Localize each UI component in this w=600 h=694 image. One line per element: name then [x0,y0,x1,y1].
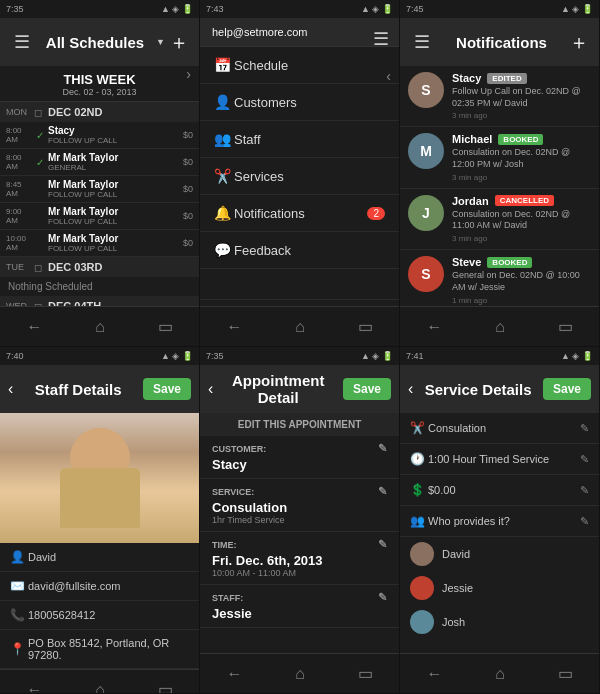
notif-tag-booked: BOOKED [498,134,543,145]
notif-name: Michael [452,133,492,145]
staff-photo-image [0,413,199,543]
edit-icon-service-name[interactable]: ✎ [580,422,589,435]
back-icon-5[interactable]: ‹ [208,380,213,398]
home-nav-3[interactable]: ⌂ [495,318,505,336]
back-nav-5[interactable]: ← [226,665,242,683]
notification-item-jordan[interactable]: J Jordan CANCELLED Consulation on Dec. 0… [400,189,599,250]
save-button-4[interactable]: Save [143,378,191,400]
back-nav-3[interactable]: ← [426,318,442,336]
home-nav-1[interactable]: ⌂ [95,318,105,336]
apt-section-staff[interactable]: STAFF: ✎ Jessie [200,585,399,628]
back-icon-6[interactable]: ‹ [408,380,413,398]
appointment-row[interactable]: 8:00AM ✓ Stacy FOLLOW UP CALL $0 [0,122,199,149]
back-icon-4[interactable]: ‹ [8,380,13,398]
menu-item-schedule[interactable]: 📅 Schedule [200,47,399,84]
service-price-value: $0.00 [428,484,580,496]
topbar-1: ☰ All Schedules ▼ ＋ [0,18,199,66]
topbar-title-1: All Schedules [34,34,156,51]
edit-icon-customer[interactable]: ✎ [378,442,387,455]
save-button-5[interactable]: Save [343,378,391,400]
provider-david[interactable]: David [400,537,599,571]
phone-icon-4: 📞 [10,608,28,622]
location-icon-4: 📍 [10,642,28,656]
appointment-row[interactable]: 10:00AM Mr Mark Taylor FOLLOW UP CALL $0 [0,230,199,257]
notif-time: 3 min ago [452,234,591,243]
appointment-row[interactable]: 9:00AM Mr Mark Taylor FOLLOW UP CALL $0 [0,203,199,230]
service-name-value: Consulation [428,422,580,434]
menu-item-staff[interactable]: 👥 Staff [200,121,399,158]
service-field-duration[interactable]: 🕐 1:00 Hour Timed Service ✎ [400,444,599,475]
status-icons-3: ▲ ◈ 🔋 [561,4,593,14]
provider-josh[interactable]: Josh [400,605,599,639]
staff-photo [0,413,199,543]
recent-nav-1[interactable]: ▭ [158,317,173,336]
back-nav-1[interactable]: ← [26,318,42,336]
staff-icon: 👥 [214,131,234,147]
add-schedule-icon[interactable]: ＋ [169,29,189,56]
menu-item-services[interactable]: ✂️ Services [200,158,399,195]
person-icon-4: 👤 [10,550,28,564]
edit-icon-staff[interactable]: ✎ [378,591,387,604]
menu-back-arrow[interactable]: ‹ [386,68,391,84]
home-nav-2[interactable]: ⌂ [295,318,305,336]
apt-label-staff: STAFF: ✎ [212,591,387,604]
home-nav-5[interactable]: ⌂ [295,665,305,683]
apt-section-customer[interactable]: CUSTOMER: ✎ Stacy [200,436,399,479]
dropdown-arrow-1[interactable]: ▼ [156,37,165,47]
back-nav-6[interactable]: ← [426,665,442,683]
panel-all-schedules: 7:35 ▲ ◈ 🔋 ☰ All Schedules ▼ ＋ THIS WEEK… [0,0,200,347]
notif-name: Stacy [452,72,481,84]
apt-value-time: Fri. Dec. 6th, 2013 [212,553,387,568]
appointment-row[interactable]: 8:45AM Mr Mark Taylor FOLLOW UP CALL $0 [0,176,199,203]
edit-icon-price[interactable]: ✎ [580,484,589,497]
recent-nav-2[interactable]: ▭ [358,317,373,336]
edit-icon-duration[interactable]: ✎ [580,453,589,466]
status-time-6: 7:41 [406,351,424,361]
bottom-nav-1: ← ⌂ ▭ [0,306,199,346]
save-button-6[interactable]: Save [543,378,591,400]
schedule-content: MON ◻ DEC 02ND 8:00AM ✓ Stacy FOLLOW UP … [0,102,199,306]
hamburger-icon-1[interactable]: ☰ [10,27,34,57]
staff-name-value: David [28,551,56,563]
field-email: ✉️ david@fullsite.com [0,572,199,601]
edit-icon-time[interactable]: ✎ [378,538,387,551]
home-nav-6[interactable]: ⌂ [495,665,505,683]
home-nav-4[interactable]: ⌂ [95,681,105,695]
provider-jessie[interactable]: Jessie [400,571,599,605]
notification-item-michael[interactable]: M Michael BOOKED Consulation on Dec. 02N… [400,127,599,188]
service-field-price[interactable]: 💲 $0.00 ✎ [400,475,599,506]
field-address: 📍 PO Box 85142, Portland, OR 97280. [0,630,199,669]
bottom-nav-4: ← ⌂ ▭ [0,669,199,694]
notification-item-steve[interactable]: S Steve BOOKED General on Dec. 02ND @ 10… [400,250,599,306]
apt-section-service[interactable]: SERVICE: ✎ Consulation 1hr Timed Service [200,479,399,532]
topbar-4: ‹ Staff Details Save [0,365,199,413]
bottom-nav-6: ← ⌂ ▭ [400,653,599,693]
hamburger-icon-3[interactable]: ☰ [410,27,434,57]
back-nav-2[interactable]: ← [226,318,242,336]
hamburger-icon-2[interactable]: ☰ [373,28,389,50]
notification-item-stacy-edited[interactable]: S Stacy EDITED Follow Up Call on Dec. 02… [400,66,599,127]
recent-nav-4[interactable]: ▭ [158,680,173,694]
apt-value-service: Consulation [212,500,387,515]
apt-section-time[interactable]: TIME: ✎ Fri. Dec. 6th, 2013 10:00 AM - 1… [200,532,399,585]
recent-nav-6[interactable]: ▭ [558,664,573,683]
menu-item-signout[interactable]: ⎋ Sign Out [200,299,399,306]
recent-nav-3[interactable]: ▭ [558,317,573,336]
back-nav-4[interactable]: ← [26,681,42,695]
service-fields: ✂️ Consulation ✎ 🕐 1:00 Hour Timed Servi… [400,413,599,653]
menu-item-customers[interactable]: 👤 Customers [200,84,399,121]
bottom-nav-5: ← ⌂ ▭ [200,653,399,693]
service-field-name[interactable]: ✂️ Consulation ✎ [400,413,599,444]
recent-nav-5[interactable]: ▭ [358,664,373,683]
topbar-title-3: Notifications [434,34,569,51]
edit-icon-providers[interactable]: ✎ [580,515,589,528]
menu-item-feedback[interactable]: 💬 Feedback [200,232,399,269]
add-notification-icon[interactable]: ＋ [569,29,589,56]
week-nav-arrow[interactable]: › [186,66,191,82]
menu-item-notifications[interactable]: 🔔 Notifications 2 [200,195,399,232]
notif-time: 1 min ago [452,296,591,305]
edit-icon-service[interactable]: ✎ [378,485,387,498]
notification-badge: 2 [367,207,385,220]
appointment-row[interactable]: 8:00AM ✓ Mr Mark Taylor GENERAL $0 [0,149,199,176]
notif-time: 3 min ago [452,173,591,182]
